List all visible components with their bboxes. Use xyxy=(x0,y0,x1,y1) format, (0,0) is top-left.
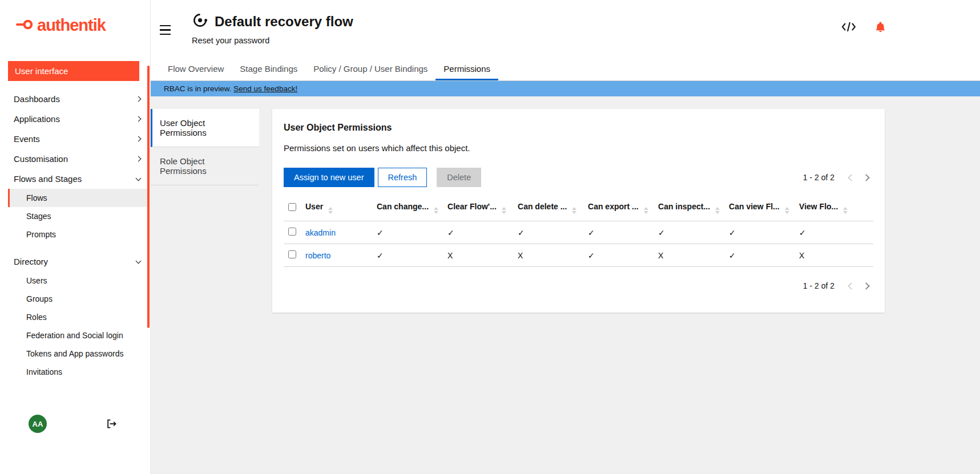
row-checkbox[interactable] xyxy=(288,228,296,236)
permission-value: X xyxy=(795,244,873,267)
sidebar-item-tokens[interactable]: Tokens and App passwords xyxy=(8,345,147,363)
sidebar-item-user-interface[interactable]: User interface xyxy=(8,61,139,81)
title-block: Default recovery flow Reset your passwor… xyxy=(192,13,353,45)
tab-user-object-permissions[interactable]: User Object Permissions xyxy=(151,109,259,147)
nav-section-divider xyxy=(8,244,147,252)
main-area: Default recovery flow Reset your passwor… xyxy=(151,0,980,474)
permission-value: X xyxy=(513,244,583,267)
permission-value: ✓ xyxy=(443,221,513,244)
tab-bar: Flow Overview Stage Bindings Policy / Gr… xyxy=(151,59,980,81)
vertical-tab-list: User Object Permissions Role Object Perm… xyxy=(151,109,259,185)
page-title: Default recovery flow xyxy=(215,14,353,30)
notification-bell-icon[interactable] xyxy=(874,21,886,33)
sidebar-scrollbar[interactable] xyxy=(147,66,150,328)
sidebar-item-label: Customisation xyxy=(14,154,68,164)
sidebar-item-federation[interactable]: Federation and Social login xyxy=(8,326,147,345)
sidebar-item-dashboards[interactable]: Dashboards xyxy=(8,89,147,109)
avatar[interactable]: AA xyxy=(29,415,47,433)
sidebar-item-label: Dashboards xyxy=(14,94,60,104)
tab-flow-overview[interactable]: Flow Overview xyxy=(160,59,232,80)
card-title: User Object Permissions xyxy=(284,123,873,133)
logout-icon[interactable] xyxy=(106,418,117,430)
sort-icon xyxy=(644,207,648,214)
authentik-logo[interactable]: authentik xyxy=(0,0,150,35)
delete-button: Delete xyxy=(437,168,481,187)
sort-icon xyxy=(715,207,720,214)
permission-value: ✓ xyxy=(795,221,873,244)
select-all-cell xyxy=(284,195,301,221)
feedback-link[interactable]: Send us feedback! xyxy=(233,84,297,93)
user-link-akadmin[interactable]: akadmin xyxy=(305,228,336,237)
column-header-can-export[interactable]: Can export ... xyxy=(583,195,654,221)
sidebar-item-users[interactable]: Users xyxy=(8,272,147,290)
hamburger-menu-icon[interactable] xyxy=(159,24,172,36)
sort-icon xyxy=(785,207,789,214)
sidebar-item-label: Applications xyxy=(14,114,60,124)
select-all-checkbox[interactable] xyxy=(288,203,296,211)
sidebar-item-flows[interactable]: Flows xyxy=(8,189,147,207)
row-select-cell xyxy=(284,221,301,244)
sidebar-item-directory[interactable]: Directory xyxy=(8,252,147,272)
chevron-right-icon xyxy=(136,96,142,102)
rbac-preview-banner: RBAC is in preview. Send us feedback! xyxy=(151,81,980,96)
tab-permissions[interactable]: Permissions xyxy=(435,59,498,80)
sidebar-item-stages[interactable]: Stages xyxy=(8,207,147,225)
sidebar-footer: AA xyxy=(0,415,150,433)
sidebar-item-events[interactable]: Events xyxy=(8,129,147,149)
page-subtitle: Reset your password xyxy=(192,36,353,45)
sort-icon xyxy=(502,207,506,214)
card-description: Permissions set on users which affect th… xyxy=(284,143,873,153)
column-header-view-flow[interactable]: View Flo... xyxy=(795,195,873,221)
sidebar-item-label: Events xyxy=(14,134,40,144)
permission-value: X xyxy=(654,244,724,267)
permission-value: ✓ xyxy=(724,244,795,267)
api-code-icon[interactable] xyxy=(841,21,856,33)
chevron-right-icon xyxy=(136,156,142,162)
sidebar: authentik User interface Dashboards Appl… xyxy=(0,0,151,474)
sidebar-item-groups[interactable]: Groups xyxy=(8,290,147,308)
chevron-right-icon xyxy=(136,136,142,142)
column-header-can-view[interactable]: Can view Fl... xyxy=(724,195,795,221)
sidebar-item-label: Directory xyxy=(14,257,48,266)
chevron-right-icon xyxy=(136,116,142,122)
pagination-label: 1 - 2 of 2 xyxy=(803,281,834,290)
sidebar-item-customisation[interactable]: Customisation xyxy=(8,149,147,169)
column-header-user[interactable]: User xyxy=(301,195,372,221)
content-area: User Object Permissions Role Object Perm… xyxy=(151,96,980,474)
column-header-can-inspect[interactable]: Can inspect... xyxy=(654,195,724,221)
pagination-bottom: 1 - 2 of 2 xyxy=(284,278,873,293)
pagination-top: 1 - 2 of 2 xyxy=(803,170,873,185)
toolbar: Assign to new user Refresh Delete 1 - 2 … xyxy=(284,168,873,187)
sidebar-item-flows-and-stages[interactable]: Flows and Stages xyxy=(8,169,147,189)
sidebar-item-prompts[interactable]: Prompts xyxy=(8,225,147,244)
flow-icon xyxy=(192,13,208,30)
sort-icon xyxy=(572,207,576,214)
sort-icon xyxy=(843,207,848,214)
tab-stage-bindings[interactable]: Stage Bindings xyxy=(232,59,305,80)
permission-value: ✓ xyxy=(513,221,583,244)
sidebar-item-invitations[interactable]: Invitations xyxy=(8,363,147,381)
column-header-can-change[interactable]: Can change... xyxy=(372,195,443,221)
user-link-roberto[interactable]: roberto xyxy=(305,251,330,260)
sidebar-item-roles[interactable]: Roles xyxy=(8,308,147,326)
next-page-button[interactable] xyxy=(858,278,873,293)
tab-role-object-permissions[interactable]: Role Object Permissions xyxy=(151,147,259,185)
chevron-down-icon xyxy=(136,258,142,264)
permission-value: ✓ xyxy=(583,244,654,267)
pagination-label: 1 - 2 of 2 xyxy=(803,173,834,182)
next-page-button[interactable] xyxy=(858,170,873,185)
row-checkbox[interactable] xyxy=(288,250,296,258)
tab-policy-group-user-bindings[interactable]: Policy / Group / User Bindings xyxy=(305,59,435,80)
sort-icon xyxy=(328,207,333,214)
previous-page-button xyxy=(844,170,858,185)
assign-to-new-user-button[interactable]: Assign to new user xyxy=(284,168,374,187)
permission-value: ✓ xyxy=(654,221,724,244)
refresh-button[interactable]: Refresh xyxy=(378,168,428,187)
permissions-card: User Object Permissions Permissions set … xyxy=(272,109,885,313)
permission-value: ✓ xyxy=(724,221,795,244)
table-header-row: User Can change... Clear Flow'... Can de… xyxy=(284,195,873,221)
sidebar-item-applications[interactable]: Applications xyxy=(8,109,147,129)
column-header-clear-flow[interactable]: Clear Flow'... xyxy=(443,195,513,221)
sidebar-nav: Dashboards Applications Events Customisa… xyxy=(8,89,147,381)
column-header-can-delete[interactable]: Can delete ... xyxy=(513,195,583,221)
